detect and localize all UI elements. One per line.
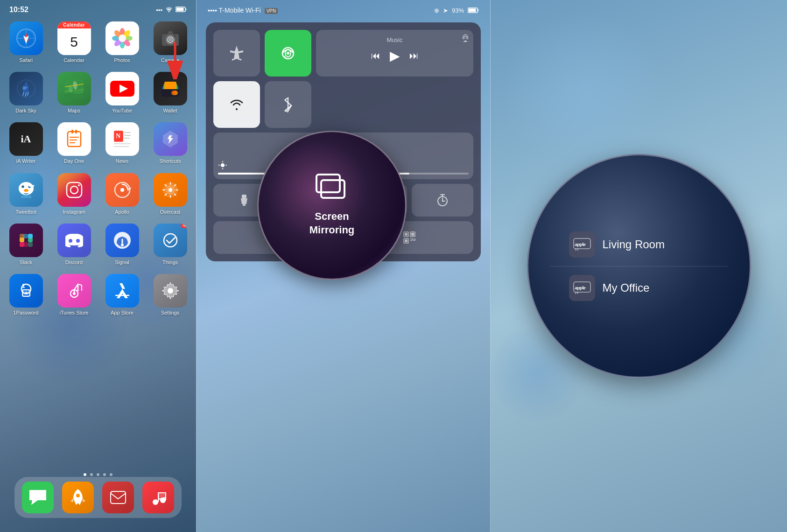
dot-1[interactable]	[84, 473, 86, 476]
prev-track-btn[interactable]: ⏮	[371, 50, 380, 61]
svg-line-28	[23, 92, 24, 96]
dot-5[interactable]	[110, 473, 112, 476]
play-pause-btn[interactable]: ▶	[390, 48, 400, 63]
app-discord[interactable]: Discord	[54, 224, 94, 266]
dot-4[interactable]	[103, 473, 106, 476]
app-darksky[interactable]: Dark Sky	[6, 72, 46, 114]
app-slack[interactable]: Slack	[6, 224, 46, 266]
rocket-icon[interactable]	[62, 482, 94, 513]
living-room-label: Living Room	[603, 238, 665, 251]
svg-rect-3	[176, 7, 184, 11]
signal-label: Signal	[115, 259, 129, 266]
discord-icon[interactable]	[57, 224, 91, 257]
things-icon[interactable]: 4	[154, 224, 187, 257]
svg-point-0	[169, 11, 170, 12]
app-shortcuts[interactable]: Shortcuts	[150, 122, 190, 164]
svg-point-111	[168, 288, 173, 293]
svg-text:TV: TV	[575, 291, 579, 295]
svg-point-69	[78, 184, 80, 186]
app-iawriter[interactable]: iA iA Writer	[6, 122, 46, 164]
app-overcast[interactable]: Overcast	[150, 173, 190, 215]
calendar-icon[interactable]: Calendar 5	[57, 21, 91, 55]
calendar-label: Calendar	[63, 57, 84, 63]
airplay-icon-music[interactable]	[461, 34, 470, 43]
1password-icon[interactable]: 1	[9, 274, 43, 308]
itunes-icon[interactable]	[57, 274, 91, 308]
app-safari[interactable]: Safari	[6, 21, 46, 63]
dock-messages[interactable]	[22, 482, 54, 513]
wifi-btn[interactable]	[213, 81, 260, 128]
app-tweetbot[interactable]: Tweetbot	[6, 173, 46, 215]
cellular-btn[interactable]	[265, 30, 311, 77]
svg-point-114	[153, 499, 158, 505]
music-icon[interactable]	[142, 482, 174, 513]
app-settings[interactable]: Settings	[150, 274, 190, 316]
svg-rect-46	[71, 130, 73, 133]
instagram-icon[interactable]	[57, 173, 91, 207]
app-calendar[interactable]: Calendar 5 Calendar	[54, 21, 94, 63]
app-signal[interactable]: Signal	[102, 224, 142, 266]
airplay-device-myoffice[interactable]: apple TV My Office	[550, 266, 728, 309]
dock-rocket[interactable]	[62, 482, 94, 513]
app-apollo[interactable]: Apollo	[102, 173, 142, 215]
dot-3[interactable]	[97, 473, 99, 476]
svg-text:N: N	[116, 133, 120, 140]
timer-btn[interactable]	[412, 184, 473, 217]
shortcuts-icon[interactable]	[154, 122, 187, 156]
dock-music[interactable]	[142, 482, 174, 513]
darksky-icon[interactable]	[9, 72, 43, 105]
svg-rect-113	[111, 491, 126, 504]
messages-icon[interactable]	[22, 482, 54, 513]
iawriter-icon[interactable]: iA	[9, 122, 43, 156]
app-maps[interactable]: Maps	[54, 72, 94, 114]
tweetbot-label: Tweetbot	[15, 209, 36, 215]
app-dayone[interactable]: Day One	[54, 122, 94, 164]
dayone-icon[interactable]	[57, 122, 91, 156]
news-icon[interactable]: N	[105, 122, 139, 156]
music-widget: Music ⏮ ▶ ⏭	[316, 30, 473, 77]
svg-text:TV: TV	[575, 248, 579, 252]
dayone-label: Day One	[64, 158, 84, 164]
settings-label: Settings	[161, 310, 180, 316]
youtube-icon[interactable]	[105, 72, 139, 105]
bluetooth-btn[interactable]	[265, 81, 311, 128]
app-itunes[interactable]: iTunes Store	[54, 274, 94, 316]
screen-mirroring-circle[interactable]: ScreenMirroring	[257, 131, 407, 280]
apollo-icon[interactable]	[105, 173, 139, 207]
photos-icon[interactable]	[105, 21, 139, 55]
slack-icon[interactable]	[9, 224, 43, 257]
dock-spark[interactable]	[102, 482, 134, 513]
appstore-icon[interactable]	[105, 274, 139, 308]
svg-point-94	[121, 244, 124, 246]
app-youtube[interactable]: YouTube	[102, 72, 142, 114]
airplane-mode-btn[interactable]	[213, 30, 260, 77]
app-things[interactable]: 4 Things	[150, 224, 190, 266]
app-appstore[interactable]: App Store	[102, 274, 142, 316]
tweetbot-icon[interactable]	[9, 173, 43, 207]
cc-row2	[213, 81, 473, 128]
svg-point-129	[221, 163, 225, 167]
page-dots	[84, 473, 112, 476]
overcast-icon[interactable]	[154, 173, 187, 207]
app-photos[interactable]: Photos	[102, 21, 142, 63]
shortcuts-label: Shortcuts	[159, 158, 181, 164]
svg-point-25	[169, 38, 172, 42]
spark-icon[interactable]	[102, 482, 134, 513]
maps-icon[interactable]	[57, 72, 91, 105]
slack-label: Slack	[20, 259, 32, 266]
airplay-device-livingroom[interactable]: apple TV Living Room	[550, 223, 728, 266]
app-news[interactable]: N News	[102, 122, 142, 164]
settings-icon[interactable]	[154, 274, 187, 308]
dot-2[interactable]	[90, 473, 93, 476]
svg-point-82	[169, 188, 172, 192]
appstore-label: App Store	[111, 310, 134, 316]
safari-icon[interactable]	[9, 21, 43, 55]
signal-icon[interactable]	[105, 224, 139, 257]
svg-point-71	[120, 188, 124, 192]
next-track-btn[interactable]: ⏭	[409, 50, 419, 61]
iawriter-label: iA Writer	[16, 158, 35, 164]
app-instagram[interactable]: Instagram	[54, 173, 94, 215]
svg-point-92	[76, 239, 80, 243]
app-1password[interactable]: 1 1Password	[6, 274, 46, 316]
svg-rect-90	[23, 242, 28, 247]
